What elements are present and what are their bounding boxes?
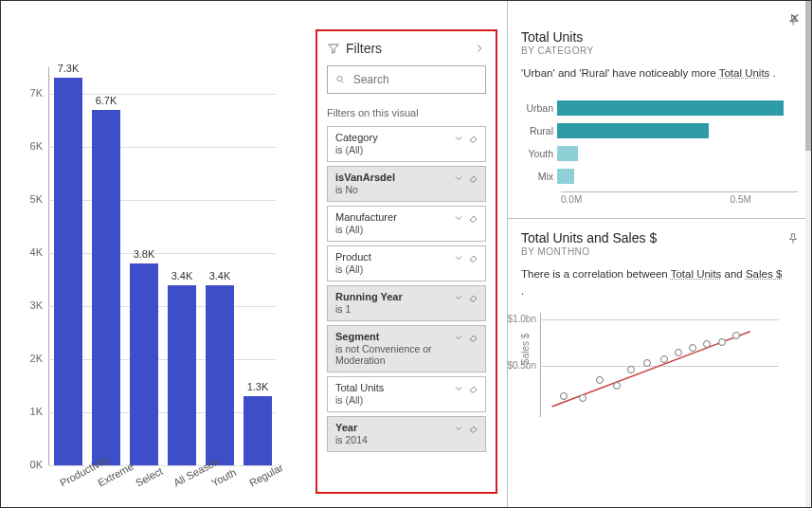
card-description: There is a correlation between Total Uni…	[521, 266, 798, 299]
card-title: Total Units and Sales $	[521, 230, 798, 245]
chevron-down-icon[interactable]	[453, 212, 464, 224]
scatter-point[interactable]	[732, 332, 740, 339]
chevron-down-icon[interactable]	[453, 423, 464, 434]
scatter-point[interactable]	[689, 344, 696, 352]
filter-row[interactable]: Productis (All)	[327, 245, 486, 281]
bar-value-label: 3.4K	[163, 270, 201, 281]
eraser-icon[interactable]	[468, 332, 479, 343]
y-tick-label: 3K	[20, 299, 43, 311]
chevron-down-icon[interactable]	[453, 332, 464, 343]
bar[interactable]	[206, 285, 234, 465]
scatter-chart[interactable]: Sales $ $0.5bn$1.0bn	[540, 313, 779, 417]
eraser-icon[interactable]	[468, 252, 479, 263]
filters-header: Filters	[317, 31, 496, 60]
scrollbar-thumb[interactable]	[805, 1, 811, 151]
hbar-row[interactable]: Mix	[521, 165, 798, 188]
filter-row[interactable]: Manufactureris (All)	[327, 206, 486, 242]
filter-row[interactable]: Total Unitsis (All)	[327, 376, 486, 412]
eraser-icon[interactable]	[468, 292, 479, 303]
filter-icon	[327, 42, 340, 55]
y-tick-label: 1K	[20, 406, 43, 417]
scatter-point[interactable]	[579, 394, 586, 402]
x-tick-label: 0.0M	[561, 194, 582, 205]
chevron-down-icon[interactable]	[453, 292, 464, 303]
bar-value-label: 7.3K	[49, 63, 87, 74]
filter-row[interactable]: Segmentis not Convenience or Moderation	[327, 325, 486, 372]
filter-row[interactable]: isVanArsdelis No	[327, 166, 486, 202]
hbar-row[interactable]: Urban	[521, 97, 798, 119]
category-label: Select	[134, 465, 165, 489]
insight-card-units-sales: Total Units and Sales $ BY MONTHNO There…	[508, 219, 811, 426]
y-tick-label: 2K	[20, 353, 43, 364]
y-tick-label: 5K	[20, 193, 43, 205]
filters-panel: Filters Filters on this visual Categoryi…	[316, 29, 497, 494]
filters-search[interactable]	[327, 65, 486, 94]
filter-value: is (All)	[335, 263, 479, 275]
filter-value: is 2014	[335, 434, 479, 445]
filters-search-input[interactable]	[352, 72, 478, 87]
scatter-point[interactable]	[718, 338, 726, 346]
bar[interactable]	[130, 263, 158, 465]
card-description: 'Urban' and 'Rural' have noticeably more…	[521, 65, 798, 82]
filter-row[interactable]: Yearis 2014	[327, 416, 486, 452]
eraser-icon[interactable]	[468, 172, 479, 184]
y-tick-label: 6K	[20, 140, 43, 152]
main-bar-chart-pane: 0K1K2K3K4K5K6K7K 7.3K6.7K3.8K3.4K3.4K1.3…	[1, 1, 312, 507]
bar[interactable]	[168, 285, 196, 465]
scatter-point[interactable]	[627, 366, 635, 373]
scatter-point[interactable]	[660, 355, 668, 363]
eraser-icon[interactable]	[468, 212, 479, 224]
filter-value: is (All)	[335, 224, 479, 235]
y-tick-label: 0K	[20, 459, 43, 470]
eraser-icon[interactable]	[468, 133, 479, 144]
chevron-down-icon[interactable]	[453, 133, 464, 144]
desc-text: There is a correlation between	[521, 268, 671, 280]
desc-link[interactable]: Sales $	[746, 268, 782, 280]
eraser-icon[interactable]	[468, 383, 479, 394]
filter-value: is (All)	[335, 144, 479, 155]
hbar-row[interactable]: Youth	[521, 142, 798, 165]
pin-icon[interactable]	[786, 232, 800, 248]
scatter-point[interactable]	[675, 349, 682, 356]
filters-title-text: Filters	[346, 41, 382, 56]
bar-chart[interactable]: 0K1K2K3K4K5K6K7K 7.3K6.7K3.8K3.4K3.4K1.3…	[48, 67, 304, 465]
insights-pane: × Total Units BY CATEGORY 'Urban' and 'R…	[507, 1, 811, 507]
hbar-chart[interactable]: UrbanRuralYouthMix0.0M0.5M	[521, 97, 798, 209]
card-subtitle: BY MONTHNO	[521, 246, 798, 257]
x-tick-label: 0.5M	[731, 194, 751, 205]
bar-value-label: 3.4K	[201, 270, 239, 281]
filter-row[interactable]: Categoryis (All)	[327, 126, 486, 162]
eraser-icon[interactable]	[468, 423, 479, 434]
scatter-point[interactable]	[596, 376, 604, 384]
desc-text: and	[721, 268, 746, 280]
desc-link[interactable]: Total Units	[671, 268, 722, 280]
chevron-right-icon[interactable]	[473, 42, 486, 55]
filter-value: is (All)	[335, 394, 479, 406]
scatter-point[interactable]	[703, 340, 711, 348]
bar-value-label: 1.3K	[239, 381, 277, 392]
chevron-down-icon[interactable]	[453, 252, 464, 263]
desc-text: .	[521, 285, 524, 297]
chevron-down-icon[interactable]	[453, 383, 464, 394]
pin-icon[interactable]	[786, 14, 800, 30]
category-label: Youth	[209, 466, 238, 489]
filter-row[interactable]: Running Yearis 1	[327, 285, 486, 321]
desc-link[interactable]: Total Units	[719, 67, 770, 79]
bar[interactable]	[54, 78, 82, 465]
y-tick-label: 7K	[20, 87, 43, 99]
y-tick-label: $1.0bn	[498, 314, 536, 324]
bar[interactable]	[244, 396, 272, 465]
scatter-point[interactable]	[613, 382, 621, 390]
filter-value: is 1	[335, 303, 479, 315]
hbar-row[interactable]: Rural	[521, 119, 798, 142]
desc-text: .	[769, 67, 775, 79]
insight-card-total-units: Total Units BY CATEGORY 'Urban' and 'Rur…	[508, 1, 811, 219]
bar[interactable]	[92, 110, 120, 465]
chevron-down-icon[interactable]	[453, 172, 464, 184]
search-icon	[335, 74, 346, 85]
scatter-point[interactable]	[643, 359, 651, 367]
bar-value-label: 3.8K	[125, 248, 163, 260]
app-frame: 0K1K2K3K4K5K6K7K 7.3K6.7K3.8K3.4K3.4K1.3…	[0, 0, 812, 508]
hbar-label: Urban	[521, 102, 557, 114]
scatter-point[interactable]	[560, 392, 568, 400]
